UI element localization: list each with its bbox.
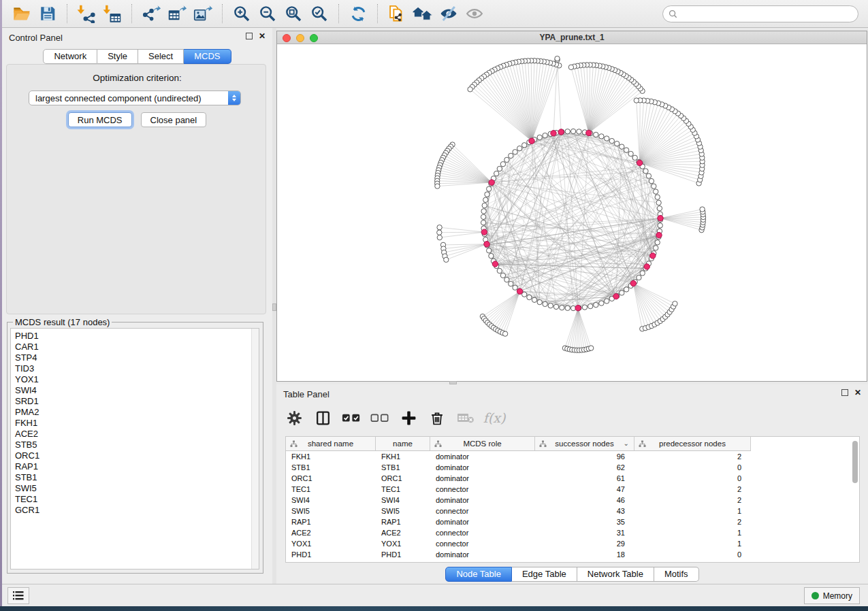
cell-predecessor-nodes[interactable]: 1: [634, 506, 751, 516]
network-node[interactable]: [513, 285, 517, 290]
zoom-fit-icon[interactable]: [283, 3, 304, 24]
network-node[interactable]: [500, 273, 505, 278]
network-from-selection-icon[interactable]: [386, 3, 408, 24]
network-node[interactable]: [657, 206, 662, 211]
network-leaf-node[interactable]: [444, 257, 449, 262]
mcds-result-item[interactable]: SRD1: [11, 396, 259, 407]
network-leaf-node[interactable]: [568, 65, 573, 69]
network-node[interactable]: [489, 253, 494, 258]
network-node[interactable]: [548, 303, 553, 308]
network-node[interactable]: [570, 129, 575, 133]
network-node[interactable]: [609, 138, 614, 143]
network-dominator-node[interactable]: [650, 253, 656, 259]
float-panel-icon[interactable]: [246, 33, 253, 39]
cell-successor-nodes[interactable]: 46: [535, 495, 634, 506]
close-panel-button[interactable]: Close panel: [141, 112, 207, 127]
network-dominator-node[interactable]: [489, 180, 494, 185]
network-leaf-node[interactable]: [437, 235, 442, 240]
float-table-panel-icon[interactable]: [841, 389, 848, 396]
cell-mcds-role[interactable]: dominator: [430, 473, 535, 484]
table-row[interactable]: SWI4SWI4dominator462: [286, 495, 859, 506]
network-node[interactable]: [652, 184, 656, 188]
network-node[interactable]: [509, 153, 513, 158]
network-node[interactable]: [605, 136, 609, 141]
table-row[interactable]: ACE2ACE2connector311: [286, 527, 859, 538]
hide-selected-icon[interactable]: [438, 3, 460, 24]
network-dominator-node[interactable]: [613, 293, 619, 299]
mcds-result-item[interactable]: ACE2: [11, 429, 259, 440]
network-node[interactable]: [504, 157, 509, 162]
network-dominator-node[interactable]: [551, 131, 556, 136]
table-row[interactable]: SWI5SWI5connector431: [286, 506, 859, 516]
network-node[interactable]: [481, 220, 485, 225]
cell-predecessor-nodes[interactable]: 1: [634, 538, 751, 549]
cell-name[interactable]: RAP1: [376, 516, 430, 527]
network-leaf-node[interactable]: [555, 56, 560, 61]
run-mcds-button[interactable]: Run MCDS: [68, 112, 132, 127]
column-header-shared-name[interactable]: shared name: [286, 437, 376, 450]
cell-successor-nodes[interactable]: 31: [535, 527, 634, 538]
network-leaf-node[interactable]: [634, 98, 639, 103]
tab-select[interactable]: Select: [138, 49, 184, 64]
network-node[interactable]: [624, 148, 628, 152]
network-dominator-node[interactable]: [586, 130, 592, 135]
column-header-successor-nodes[interactable]: successor nodes⌄: [535, 437, 634, 450]
mcds-result-item[interactable]: GCR1: [11, 505, 259, 516]
mcds-result-scrollbar[interactable]: [251, 329, 259, 569]
mcds-result-item[interactable]: STP4: [11, 352, 259, 363]
network-node[interactable]: [655, 240, 660, 245]
network-node[interactable]: [643, 169, 648, 174]
cell-predecessor-nodes[interactable]: 2: [634, 516, 751, 527]
column-header-name[interactable]: name: [376, 437, 430, 450]
cell-name[interactable]: FKH1: [376, 451, 430, 462]
network-leaf-node[interactable]: [502, 331, 507, 336]
cell-shared-name[interactable]: TEC1: [286, 484, 376, 495]
network-node[interactable]: [624, 287, 628, 292]
network-node[interactable]: [500, 162, 505, 167]
network-node[interactable]: [628, 151, 633, 156]
cell-predecessor-nodes[interactable]: 1: [634, 527, 751, 538]
search-input[interactable]: [677, 7, 852, 20]
column-header-mcds-role[interactable]: MCDS role: [430, 437, 535, 450]
network-node[interactable]: [632, 155, 637, 160]
network-node[interactable]: [543, 133, 547, 137]
mcds-result-item[interactable]: STB5: [11, 440, 259, 450]
network-dominator-node[interactable]: [492, 261, 498, 267]
open-file-icon[interactable]: [11, 3, 33, 24]
network-canvas[interactable]: [277, 44, 867, 381]
network-node[interactable]: [483, 197, 488, 202]
network-leaf-node[interactable]: [468, 87, 472, 92]
zoom-selected-icon[interactable]: [308, 3, 330, 24]
export-image-icon[interactable]: [192, 3, 214, 24]
network-node[interactable]: [513, 150, 517, 154]
network-node[interactable]: [656, 200, 661, 205]
network-dominator-node[interactable]: [575, 306, 581, 311]
cell-name[interactable]: ACE2: [376, 527, 430, 538]
network-dominator-node[interactable]: [484, 242, 489, 247]
save-session-icon[interactable]: [37, 3, 59, 24]
close-table-panel-icon[interactable]: ✕: [854, 389, 861, 396]
network-node[interactable]: [481, 214, 485, 219]
network-dominator-node[interactable]: [630, 280, 636, 286]
network-node[interactable]: [649, 178, 654, 183]
table-row[interactable]: STB1STB1dominator620: [286, 462, 859, 473]
network-node[interactable]: [599, 134, 604, 139]
network-node[interactable]: [532, 297, 536, 302]
export-network-icon[interactable]: [140, 3, 162, 24]
refresh-icon[interactable]: [347, 3, 369, 24]
optimization-criterion-select[interactable]: largest connected component (undirected): [29, 90, 241, 105]
network-node[interactable]: [582, 305, 587, 310]
cell-name[interactable]: TEC1: [376, 484, 430, 495]
network-node[interactable]: [537, 299, 542, 304]
network-dominator-node[interactable]: [529, 138, 534, 144]
tab-mcds[interactable]: MCDS: [184, 49, 231, 64]
mcds-result-item[interactable]: TID3: [11, 363, 259, 374]
network-node[interactable]: [497, 166, 502, 171]
network-node[interactable]: [640, 271, 645, 276]
cell-shared-name[interactable]: PHD1: [286, 549, 376, 560]
network-node[interactable]: [588, 303, 593, 308]
network-node[interactable]: [637, 275, 641, 280]
mcds-result-item[interactable]: STB1: [11, 472, 259, 483]
table-row[interactable]: PHD1PHD1dominator180: [286, 549, 859, 560]
network-node[interactable]: [543, 301, 547, 306]
